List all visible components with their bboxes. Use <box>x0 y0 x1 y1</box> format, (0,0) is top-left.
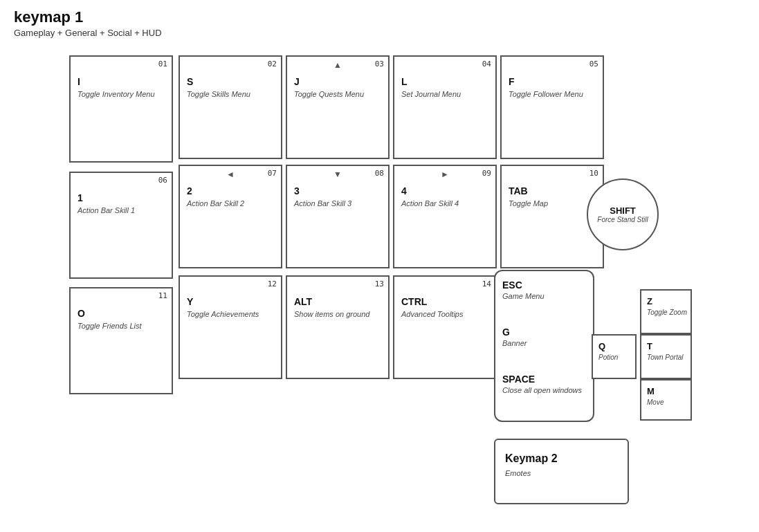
key-arrow-icon: ► <box>441 169 449 179</box>
key-action-label: Toggle Map <box>509 199 548 208</box>
key-action-label: Toggle Quests Menu <box>294 90 364 98</box>
key-cell-11[interactable]: 11OToggle Friends List <box>69 287 173 394</box>
key-label: ALT <box>294 296 312 307</box>
key-action-label: Action Bar Skill 4 <box>401 199 459 208</box>
cross-key-cell-m[interactable]: MMove <box>640 379 692 421</box>
key-number: 01 <box>158 59 167 68</box>
key-cell-09[interactable]: 09►4Action Bar Skill 4 <box>393 165 497 268</box>
key-action-label: Action Bar Skill 3 <box>294 199 351 208</box>
key-action-label: Action Bar Skill 1 <box>77 206 135 214</box>
space-key-label: SPACE <box>502 374 535 385</box>
key-label: 1 <box>77 192 83 203</box>
cross-key-cell-t[interactable]: TTown Portal <box>640 334 692 379</box>
esc-action-label: Game Menu <box>502 292 545 300</box>
cross-action-label: Potion <box>598 354 618 361</box>
key-label: I <box>77 76 80 87</box>
esc-key-label: ESC <box>502 279 522 291</box>
key-cell-01[interactable]: 01IToggle Inventory Menu <box>69 55 173 163</box>
key-number: 09 <box>482 169 491 178</box>
key-action-label: Toggle Achievements <box>187 310 259 318</box>
key-label: O <box>77 308 85 319</box>
key-cell-03[interactable]: 03▲JToggle Quests Menu <box>286 55 390 159</box>
key-number: 07 <box>268 169 277 178</box>
key-action-label: Toggle Skills Menu <box>187 90 250 98</box>
key-number: 04 <box>482 59 491 68</box>
key-cell-05[interactable]: 05FToggle Follower Menu <box>500 55 604 159</box>
g-key-label: G <box>502 327 510 338</box>
key-number: 03 <box>375 59 384 68</box>
g-action-label: Banner <box>502 339 527 347</box>
key-label: 3 <box>294 185 300 196</box>
key-number: 11 <box>158 291 167 300</box>
cross-key-label: Q <box>598 341 605 351</box>
key-label: TAB <box>509 185 528 196</box>
key-action-label: Toggle Friends List <box>77 322 142 330</box>
key-arrow-icon: ▼ <box>333 169 342 179</box>
key-action-label: Action Bar Skill 2 <box>187 199 244 208</box>
key-cell-07[interactable]: 07◄2Action Bar Skill 2 <box>179 165 282 268</box>
key-cell-12[interactable]: 12YToggle Achievements <box>179 275 282 379</box>
key-cell-04[interactable]: 04LSet Journal Menu <box>393 55 497 159</box>
cross-key-cell-z[interactable]: ZToggle Zoom <box>640 289 692 334</box>
cross-key-label: M <box>647 386 655 396</box>
shift-key-cell[interactable]: SHIFTForce Stand Still <box>587 178 659 250</box>
key-number: 12 <box>268 279 277 288</box>
key-number: 13 <box>375 279 384 288</box>
space-action-label: Close all open windows <box>502 386 582 394</box>
key-label: Y <box>187 296 193 307</box>
key-action-label: Show items on ground <box>294 310 369 318</box>
key-action-label: Advanced Tooltips <box>401 310 464 318</box>
key-action-label: Set Journal Menu <box>401 90 461 98</box>
key-arrow-icon: ▲ <box>333 60 342 70</box>
key-number: 02 <box>268 59 277 68</box>
key-cell-14[interactable]: 14CTRLAdvanced Tooltips <box>393 275 497 379</box>
key-arrow-icon: ◄ <box>226 169 235 179</box>
key-label: 4 <box>401 185 407 196</box>
cross-action-label: Toggle Zoom <box>647 309 687 316</box>
key-number: 10 <box>589 169 598 178</box>
shift-action-label: Force Stand Still <box>597 216 648 223</box>
keymap2-subtitle: Emotes <box>505 469 531 477</box>
key-number: 08 <box>375 169 384 178</box>
key-cell-13[interactable]: 13ALTShow items on ground <box>286 275 390 379</box>
key-action-label: Toggle Follower Menu <box>509 90 583 98</box>
keymap2-title: Keymap 2 <box>505 452 558 465</box>
cross-action-label: Move <box>647 398 664 406</box>
cross-key-label: Z <box>647 296 652 306</box>
key-action-label: Toggle Inventory Menu <box>77 90 155 98</box>
cross-key-label: T <box>647 341 652 351</box>
key-label: J <box>294 76 300 87</box>
key-cell-06[interactable]: 061Action Bar Skill 1 <box>69 172 173 279</box>
key-number: 14 <box>482 279 491 288</box>
page-subtitle: Gameplay + General + Social + HUD <box>14 28 162 38</box>
shift-key-label: SHIFT <box>610 205 636 216</box>
key-label: 2 <box>187 185 192 196</box>
key-label: S <box>187 76 193 87</box>
cross-action-label: Town Portal <box>647 354 683 361</box>
key-label: CTRL <box>401 296 427 307</box>
esc-group[interactable]: ESCGame MenuGBannerSPACEClose all open w… <box>494 270 594 422</box>
cross-key-cell-q[interactable]: QPotion <box>592 334 637 379</box>
key-number: 05 <box>589 59 598 68</box>
page-title: keymap 1 <box>14 8 83 26</box>
key-cell-08[interactable]: 08▼3Action Bar Skill 3 <box>286 165 390 268</box>
key-label: L <box>401 76 408 87</box>
key-label: F <box>509 76 515 87</box>
key-cell-02[interactable]: 02SToggle Skills Menu <box>179 55 282 159</box>
key-number: 06 <box>158 176 167 185</box>
keymap2-box[interactable]: Keymap 2Emotes <box>494 439 629 504</box>
